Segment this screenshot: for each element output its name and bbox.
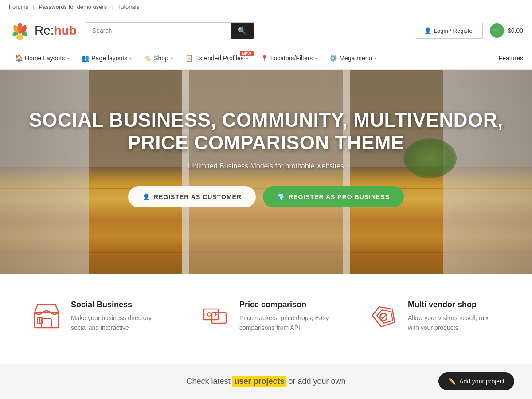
nav-shop[interactable]: 🏷️ Shop ▾ xyxy=(138,47,179,69)
nav-page-layouts[interactable]: 👥 Page layouts ▾ xyxy=(75,47,138,69)
chevron-down-icon: ▾ xyxy=(171,56,173,61)
register-customer-button[interactable]: 👤 REGISTER AS CUSTOMER xyxy=(128,186,256,207)
new-badge: NEW xyxy=(240,51,254,56)
main-nav: 🏠 Home Layouts ▾ 👥 Page layouts ▾ 🏷️ Sho… xyxy=(0,47,532,70)
nav-features[interactable]: Features xyxy=(499,47,523,69)
highlight-text: user projects xyxy=(232,376,286,387)
logo-text: Re:hub xyxy=(35,23,77,38)
search-bar[interactable]: 🔍 xyxy=(86,22,254,39)
header-right: 👤 Login / Register 🛒 $0.00 xyxy=(416,23,523,39)
svg-rect-13 xyxy=(212,313,226,323)
hero-title: SOCIAL BUSINESS, COMMUNITY, MULTIVENDOR,… xyxy=(29,109,503,154)
chevron-down-icon: ▾ xyxy=(129,56,132,61)
chevron-down-icon: ▾ xyxy=(246,56,248,61)
feature-price-comparison: Price comparison Price trackers, price d… xyxy=(200,300,332,333)
grid-icon: 👥 xyxy=(82,55,89,62)
cart-price: $0.00 xyxy=(508,27,523,34)
nav-extended-profiles[interactable]: 📋 Extended Profiles ▾ NEW xyxy=(179,47,254,69)
feature-social-business-title: Social Business xyxy=(71,300,164,309)
separator-2: | xyxy=(111,4,113,10)
login-register-button[interactable]: 👤 Login / Register xyxy=(416,23,483,39)
top-bar: Forums | Passwords for demo users | Tuto… xyxy=(0,0,532,14)
feature-price-comparison-desc: Price trackers, price drops, Easy compar… xyxy=(239,313,332,333)
svg-point-7 xyxy=(18,23,22,31)
separator-1: | xyxy=(33,4,34,10)
nav-home-layouts[interactable]: 🏠 Home Layouts ▾ xyxy=(9,47,75,69)
person-icon: 👤 xyxy=(142,193,150,200)
tutorials-link[interactable]: Tutorials xyxy=(117,4,139,10)
feature-price-comparison-text: Price comparison Price trackers, price d… xyxy=(239,300,332,333)
feature-multi-vendor-title: Multi vendor shop xyxy=(408,300,501,309)
search-input[interactable] xyxy=(86,23,231,39)
logo-icon xyxy=(9,20,31,42)
feature-multi-vendor-text: Multi vendor shop Allow your visitors to… xyxy=(408,300,501,333)
feature-price-comparison-title: Price comparison xyxy=(239,300,332,309)
add-project-button[interactable]: ✏️ Add your project xyxy=(438,372,514,390)
svg-point-14 xyxy=(207,313,211,316)
user-icon: 👤 xyxy=(424,27,431,34)
svg-rect-9 xyxy=(42,319,51,328)
pin-icon: 📍 xyxy=(261,55,268,62)
store-icon xyxy=(31,300,62,331)
feature-multi-vendor-desc: Allow your visitors to sell, mix with yo… xyxy=(408,313,501,333)
passwords-link[interactable]: Passwords for demo users xyxy=(39,4,107,10)
nav-mega-menu[interactable]: ⚙️ Mega menu ▾ xyxy=(323,47,383,69)
chevron-down-icon: ▾ xyxy=(374,56,376,61)
bottom-text: Check latest user projects or add your o… xyxy=(186,377,345,386)
site-header: Re:hub 🔍 👤 Login / Register 🛒 $0.00 xyxy=(0,14,532,47)
hero-buttons: 👤 REGISTER AS CUSTOMER 💎 REGISTER AS PRO… xyxy=(29,186,503,207)
register-business-button[interactable]: 💎 REGISTER AS PRO BUSINESS xyxy=(263,186,404,207)
vendor-icon xyxy=(368,300,399,331)
feature-social-business-text: Social Business Make your business direc… xyxy=(71,300,164,333)
features-section: Social Business Make your business direc… xyxy=(0,274,532,364)
svg-point-1 xyxy=(18,34,22,40)
cart-button[interactable]: 🛒 $0.00 xyxy=(490,23,523,38)
home-icon: 🏠 xyxy=(15,55,23,62)
forums-link[interactable]: Forums xyxy=(9,4,28,10)
tag-icon: 🏷️ xyxy=(144,55,152,62)
chevron-down-icon: ▾ xyxy=(67,56,69,61)
price-tags-icon xyxy=(200,300,231,331)
feature-social-business-desc: Make your business directory social and … xyxy=(71,313,164,333)
chevron-down-icon: ▾ xyxy=(315,56,317,61)
profile-icon: 📋 xyxy=(185,55,193,62)
diamond-icon: 💎 xyxy=(277,193,285,200)
feature-multi-vendor: Multi vendor shop Allow your visitors to… xyxy=(368,300,501,333)
feature-social-business: Social Business Make your business direc… xyxy=(31,300,164,333)
search-button[interactable]: 🔍 xyxy=(231,23,254,39)
bottom-bar: Check latest user projects or add your o… xyxy=(0,364,532,399)
gear-icon: ⚙️ xyxy=(329,55,337,62)
logo[interactable]: Re:hub xyxy=(9,20,77,42)
hero-content: SOCIAL BUSINESS, COMMUNITY, MULTIVENDOR,… xyxy=(11,109,521,207)
nav-locators[interactable]: 📍 Locators/Filters ▾ xyxy=(254,47,324,69)
pencil-icon: ✏️ xyxy=(448,378,456,385)
hero-section: SOCIAL BUSINESS, COMMUNITY, MULTIVENDOR,… xyxy=(0,70,532,274)
cart-icon: 🛒 xyxy=(490,23,504,38)
hero-subtitle: Unlimited Business Models for profitable… xyxy=(29,162,503,170)
